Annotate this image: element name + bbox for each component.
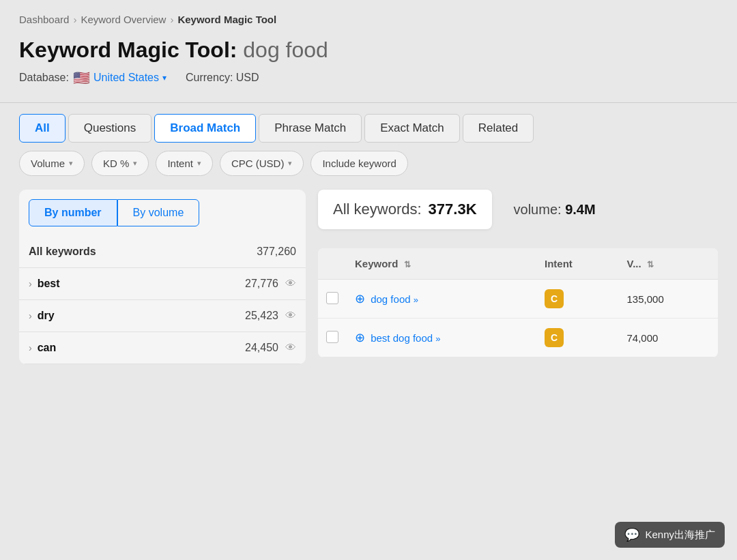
volume-label: volume: <box>514 202 562 217</box>
checkbox-cell <box>318 319 347 357</box>
th-keyword: Keyword ⇅ <box>347 248 536 280</box>
keywords-table: Keyword ⇅ Intent V... ⇅ <box>318 248 718 357</box>
database-label: Database: <box>19 72 69 84</box>
query-text: dog food <box>243 38 328 62</box>
all-keywords-count: 377,260 <box>257 246 296 258</box>
breadcrumb-item-tool: Keyword Magic Tool <box>177 14 276 25</box>
flag-icon: 🇺🇸 <box>73 70 90 86</box>
sort-icon[interactable]: ⇅ <box>647 260 654 269</box>
filter-intent-label: Intent <box>167 158 193 169</box>
filter-cpc-label: CPC (USD) <box>231 158 285 169</box>
expand-icon: › <box>29 278 32 289</box>
tab-all[interactable]: All <box>19 114 66 143</box>
sort-by-volume[interactable]: By volume <box>117 199 200 226</box>
keyword-link[interactable]: dog food <box>371 293 410 305</box>
keywords-summary: All keywords: 377.3K <box>318 190 492 229</box>
left-panel: By number By volume All keywords 377,260… <box>19 190 306 364</box>
watermark: 💬 Kenny出海推广 <box>615 522 725 548</box>
filter-volume-label: Volume <box>31 158 65 169</box>
checkbox[interactable] <box>326 292 338 304</box>
tabs-row: All Questions Broad Match Phrase Match E… <box>0 114 737 143</box>
th-checkbox <box>318 248 347 280</box>
breadcrumb-sep-2: › <box>170 14 173 25</box>
header: Keyword Magic Tool: dog food Database: 🇺… <box>0 32 737 95</box>
checkbox[interactable] <box>326 331 338 343</box>
eye-icon[interactable]: 👁 <box>285 310 296 322</box>
chevron-down-icon: ▾ <box>162 73 167 83</box>
volume-cell: 135,000 <box>619 280 718 319</box>
expand-icon: › <box>29 310 32 321</box>
chevron-down-icon: ▾ <box>69 159 73 168</box>
database-value: United States <box>93 72 159 84</box>
plus-circle-icon[interactable]: ⊕ <box>355 292 365 306</box>
breadcrumb-sep-1: › <box>73 14 76 25</box>
filter-volume[interactable]: Volume ▾ <box>19 151 85 176</box>
tab-related[interactable]: Related <box>463 114 534 143</box>
right-panel: All keywords: 377.3K volume: 9.4M Keywor… <box>318 190 718 357</box>
table-row: ⊕ best dog food » C 74,000 <box>318 319 718 357</box>
summary-row: All keywords: 377.3K volume: 9.4M <box>318 190 718 239</box>
breadcrumb-item-overview[interactable]: Keyword Overview <box>81 14 166 25</box>
eye-icon[interactable]: 👁 <box>285 278 296 290</box>
left-table-row-can[interactable]: › can 24,450 👁 <box>19 332 306 364</box>
chevron-down-icon: ▾ <box>288 159 292 168</box>
header-meta: Database: 🇺🇸 United States ▾ Currency: U… <box>19 70 718 86</box>
keyword-cell: ⊕ best dog food » <box>347 319 536 357</box>
plus-circle-icon[interactable]: ⊕ <box>355 331 365 344</box>
checkbox-cell <box>318 280 347 319</box>
left-table-row-dry[interactable]: › dry 25,423 👁 <box>19 300 306 332</box>
chevron-down-icon: ▾ <box>197 159 201 168</box>
tab-broad-match[interactable]: Broad Match <box>154 114 256 143</box>
arrows-icon: » <box>435 334 440 344</box>
intent-badge: C <box>545 289 564 308</box>
filter-kd[interactable]: KD % ▾ <box>91 151 149 176</box>
volume-count: 9.4M <box>565 202 595 217</box>
left-table-row-best[interactable]: › best 27,776 👁 <box>19 268 306 300</box>
watermark-text: Kenny出海推广 <box>645 529 715 542</box>
row-count-best: 27,776 <box>245 278 278 290</box>
filter-include[interactable]: Include keyword <box>310 151 407 176</box>
eye-icon[interactable]: 👁 <box>285 342 296 354</box>
keyword-link[interactable]: best dog food <box>371 332 433 344</box>
breadcrumb: Dashboard › Keyword Overview › Keyword M… <box>0 0 737 32</box>
th-intent: Intent <box>536 248 619 280</box>
title-text: Keyword Magic Tool: <box>19 38 237 62</box>
main-content: By number By volume All keywords 377,260… <box>0 190 737 364</box>
divider <box>0 102 737 103</box>
tab-questions[interactable]: Questions <box>68 114 152 143</box>
left-table-row-all[interactable]: All keywords 377,260 <box>19 236 306 268</box>
breadcrumb-item-dashboard[interactable]: Dashboard <box>19 14 69 25</box>
database-selector: Database: 🇺🇸 United States ▾ <box>19 70 167 86</box>
all-keywords-label: All keywords <box>29 246 96 258</box>
volume-summary: volume: 9.4M <box>514 202 596 218</box>
tab-exact-match[interactable]: Exact Match <box>364 114 460 143</box>
intent-badge: C <box>545 328 564 347</box>
filter-kd-label: KD % <box>103 158 129 169</box>
filter-cpc[interactable]: CPC (USD) ▾ <box>220 151 304 176</box>
all-keywords-count: 377.3K <box>429 201 477 218</box>
database-link[interactable]: 🇺🇸 United States ▾ <box>73 70 167 86</box>
left-table: All keywords 377,260 › best 27,776 👁 › d… <box>19 236 306 364</box>
page-title: Keyword Magic Tool: dog food <box>19 38 718 63</box>
volume-cell: 74,000 <box>619 319 718 357</box>
sort-icon[interactable]: ⇅ <box>404 260 411 269</box>
tab-phrase-match[interactable]: Phrase Match <box>259 114 362 143</box>
sort-buttons: By number By volume <box>19 190 306 226</box>
th-volume: V... ⇅ <box>619 248 718 280</box>
row-count-can: 24,450 <box>245 342 278 354</box>
filter-include-label: Include keyword <box>322 158 396 169</box>
row-label-can: can <box>38 342 57 354</box>
row-label-best: best <box>38 278 60 290</box>
currency-label: Currency: USD <box>186 72 259 84</box>
all-keywords-label: All keywords: <box>333 201 422 218</box>
intent-cell: C <box>536 319 619 357</box>
keyword-cell: ⊕ dog food » <box>347 280 536 319</box>
row-count-dry: 25,423 <box>245 310 278 322</box>
table-row: ⊕ dog food » C 135,000 <box>318 280 718 319</box>
expand-icon: › <box>29 342 32 353</box>
filter-intent[interactable]: Intent ▾ <box>156 151 213 176</box>
row-label-dry: dry <box>38 310 55 322</box>
wechat-icon: 💬 <box>624 527 639 542</box>
filters-row: Volume ▾ KD % ▾ Intent ▾ CPC (USD) ▾ Inc… <box>0 151 737 176</box>
sort-by-number[interactable]: By number <box>29 199 117 226</box>
